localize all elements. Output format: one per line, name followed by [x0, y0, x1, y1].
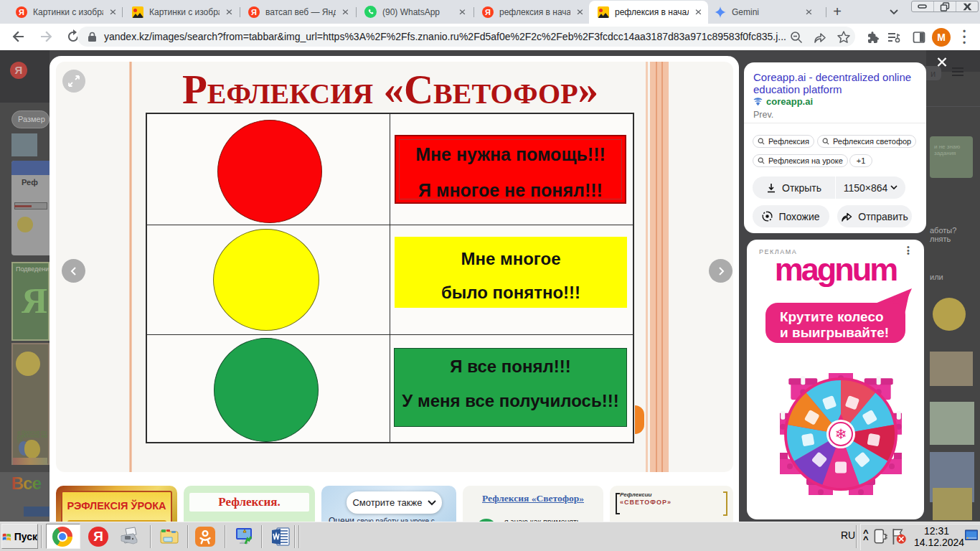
svg-text:❄: ❄: [835, 426, 847, 442]
